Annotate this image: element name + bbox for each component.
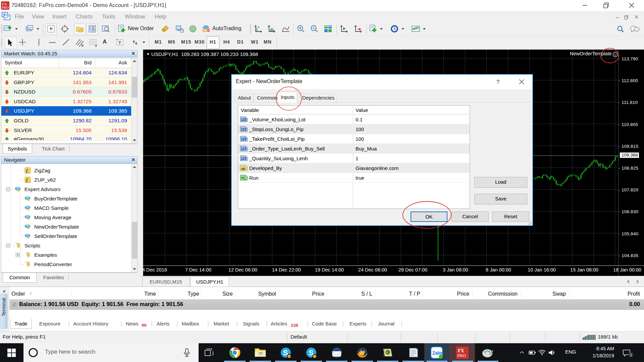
svg-text:Expert Advisors: Expert Advisors: [24, 186, 61, 192]
svg-text:NewOrderTemplate: NewOrderTemplate: [34, 224, 79, 230]
svg-text:ab: ab: [241, 167, 246, 171]
svg-text:Scripts: Scripts: [24, 243, 41, 248]
svg-text:123: 123: [241, 137, 247, 141]
svg-text:2: 2: [630, 353, 632, 357]
svg-text:Moving Average: Moving Average: [34, 215, 71, 220]
svg-text:Examples: Examples: [34, 252, 57, 258]
svg-text:MACD Sample: MACD Sample: [34, 205, 69, 211]
svg-text:SellOrderTemplate: SellOrderTemplate: [34, 233, 77, 239]
svg-text:F: F: [95, 44, 97, 48]
svg-text:PRO: PRO: [458, 353, 466, 358]
svg-text:FX: FX: [458, 348, 464, 353]
svg-text:BuyOrderTemplate: BuyOrderTemplate: [34, 196, 77, 201]
svg-text:T: T: [118, 40, 121, 45]
svg-text:123: 123: [241, 118, 247, 122]
svg-text:123: 123: [241, 157, 247, 161]
svg-text:ZigZag: ZigZag: [34, 168, 50, 173]
svg-text:123: 123: [241, 128, 247, 131]
svg-text:PRO: PRO: [2, 6, 9, 9]
svg-text:E: E: [82, 44, 84, 47]
svg-text:?: ?: [496, 79, 499, 85]
svg-text:ZUP_v62: ZUP_v62: [34, 177, 56, 183]
svg-text:PeriodConverter: PeriodConverter: [34, 261, 72, 267]
svg-text:123: 123: [241, 147, 247, 151]
